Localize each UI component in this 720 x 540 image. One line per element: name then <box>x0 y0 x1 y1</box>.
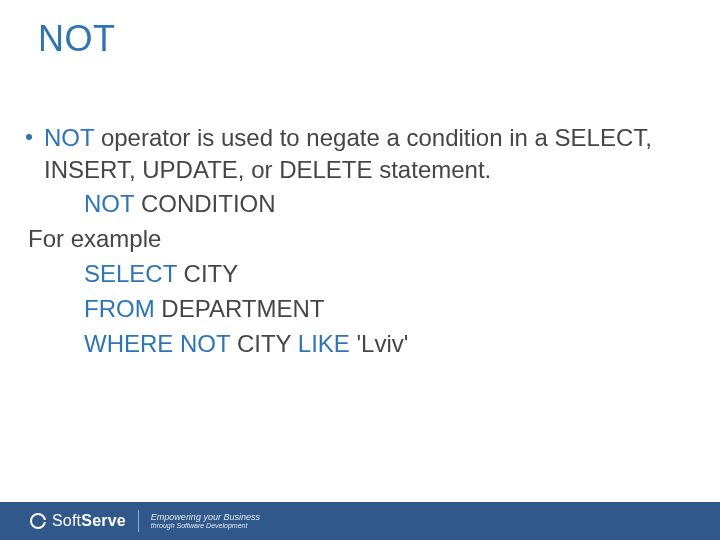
tagline-line-1: Empowering your Business <box>151 512 260 522</box>
bullet-item: NOT operator is used to negate a conditi… <box>26 122 690 185</box>
example-label: For example <box>26 222 690 257</box>
softserve-icon <box>30 513 46 529</box>
keyword-where-not: WHERE NOT <box>84 330 230 357</box>
syntax-rest: CONDITION <box>134 190 275 217</box>
sql-rest: 'Lviv' <box>350 330 409 357</box>
bullet-dot-icon <box>26 134 32 140</box>
slide-content: NOT operator is used to negate a conditi… <box>26 122 690 361</box>
footer-divider <box>138 510 139 532</box>
sql-rest: DEPARTMENT <box>155 295 325 322</box>
keyword-select: SELECT <box>84 260 177 287</box>
sql-rest: CITY <box>177 260 238 287</box>
sql-mid: CITY <box>230 330 298 357</box>
footer-logo: SoftServe <box>30 512 126 530</box>
keyword-from: FROM <box>84 295 155 322</box>
footer-bar: SoftServe Empowering your Business throu… <box>0 502 720 540</box>
bullet-text: operator is used to negate a condition i… <box>44 124 652 183</box>
keyword-not: NOT <box>84 190 134 217</box>
keyword-not: NOT <box>44 124 94 151</box>
footer-tagline: Empowering your Business through Softwar… <box>151 512 260 530</box>
keyword-like: LIKE <box>298 330 350 357</box>
syntax-line: NOT CONDITION <box>26 187 690 222</box>
sql-line-3: WHERE NOT CITY LIKE 'Lviv' <box>26 327 690 362</box>
slide-title: NOT <box>38 18 116 60</box>
footer-brand: SoftServe <box>52 512 126 530</box>
sql-line-1: SELECT CITY <box>26 257 690 292</box>
tagline-line-2: through Software Development <box>151 522 260 530</box>
brand-suffix: Serve <box>81 512 126 529</box>
sql-line-2: FROM DEPARTMENT <box>26 292 690 327</box>
brand-prefix: Soft <box>52 512 81 529</box>
